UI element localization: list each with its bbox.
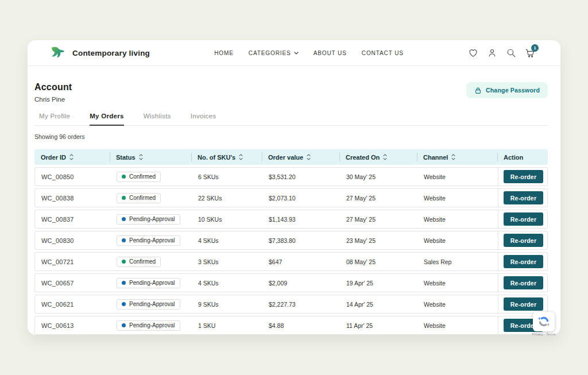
- column-label: Channel: [423, 154, 448, 161]
- created-on-cell: 23 May' 25: [340, 237, 417, 244]
- reorder-button[interactable]: Re-order: [504, 234, 543, 247]
- status-cell: Confirmed: [110, 172, 192, 182]
- column-header-status[interactable]: Status: [110, 149, 191, 165]
- column-header-created-on[interactable]: Created On: [339, 149, 417, 165]
- status-dot-icon: [122, 302, 126, 306]
- column-label: Order ID: [41, 154, 66, 161]
- column-header-order-value[interactable]: Order value: [262, 149, 339, 165]
- change-password-button[interactable]: Change Password: [466, 82, 548, 98]
- order-id-cell: WC_00657: [35, 280, 110, 287]
- status-label: Confirmed: [129, 258, 156, 265]
- account-tabs: My Profile My Orders Wishlists Invoices: [34, 113, 548, 126]
- recaptcha-badge[interactable]: Privacy - Terms: [532, 312, 556, 336]
- channel-cell: Website: [417, 195, 498, 202]
- created-on-cell: 14 Apr' 25: [340, 301, 417, 308]
- nav-home[interactable]: HOME: [214, 50, 234, 56]
- order-value-cell: $4.88: [262, 322, 340, 329]
- table-row: WC_00850Confirmed6 SKUs$3,531.2030 May' …: [34, 167, 548, 186]
- reorder-button[interactable]: Re-order: [504, 170, 543, 183]
- status-badge: Confirmed: [117, 193, 161, 203]
- status-badge: Pending-Approval: [117, 214, 180, 225]
- order-value-cell: $3,531.20: [262, 173, 340, 180]
- table-row: WC_00657Pending-Approval4 SKUs$2,00919 A…: [34, 273, 548, 292]
- lock-icon: [474, 87, 482, 94]
- channel-cell: Website: [417, 237, 498, 244]
- action-cell: Re-order: [498, 168, 548, 185]
- table-body: WC_00850Confirmed6 SKUs$3,531.2030 May' …: [34, 167, 548, 335]
- order-id-cell: WC_00837: [35, 216, 110, 223]
- action-cell: Re-order: [498, 231, 548, 249]
- order-value-cell: $2,227.73: [262, 301, 340, 308]
- header-icons: 1: [468, 48, 535, 58]
- column-label: Action: [504, 154, 523, 161]
- reorder-button[interactable]: Re-order: [504, 255, 543, 268]
- channel-cell: Website: [417, 322, 498, 329]
- status-badge: Pending-Approval: [117, 320, 180, 331]
- order-value-cell: $2,009: [262, 280, 340, 287]
- cart-icon[interactable]: 1: [525, 48, 535, 58]
- action-cell: Re-order: [498, 274, 548, 292]
- order-id-cell: WC_00721: [35, 258, 110, 265]
- status-badge: Confirmed: [117, 172, 161, 182]
- sort-icon: [451, 154, 455, 160]
- search-icon[interactable]: [506, 48, 516, 58]
- tab-invoices[interactable]: Invoices: [191, 113, 216, 125]
- table-row: WC_00830Pending-Approval4 SKUs$7,383.802…: [34, 231, 548, 250]
- order-value-cell: $1,143.93: [262, 216, 340, 223]
- reorder-button[interactable]: Re-order: [504, 212, 543, 226]
- user-name: Chris Pine: [34, 96, 72, 103]
- column-header-channel[interactable]: Channel: [417, 149, 497, 165]
- order-value-cell: $2,073.10: [262, 195, 340, 202]
- brand[interactable]: Contemporary living: [51, 46, 150, 60]
- status-dot-icon: [122, 175, 126, 179]
- created-on-cell: 27 May' 25: [340, 195, 417, 202]
- status-label: Pending-Approval: [129, 237, 175, 243]
- status-dot-icon: [122, 217, 126, 221]
- table-row: WC_00838Confirmed22 SKUs$2,073.1027 May'…: [34, 188, 548, 207]
- sort-icon: [139, 154, 143, 160]
- status-label: Pending-Approval: [129, 301, 175, 307]
- tab-wishlists[interactable]: Wishlists: [144, 113, 171, 125]
- wishlist-heart-icon[interactable]: [468, 48, 478, 58]
- account-user-icon[interactable]: [487, 48, 497, 58]
- column-header-order-id[interactable]: Order ID: [34, 149, 110, 165]
- table-row: WC_00613Pending-Approval1 SKU$4.8811 Apr…: [34, 316, 548, 335]
- skus-cell: 4 SKUs: [192, 237, 262, 244]
- column-label: Status: [116, 154, 136, 161]
- status-badge: Confirmed: [117, 257, 161, 267]
- table-row: WC_00837Pending-Approval10 SKUs$1,143.93…: [34, 210, 548, 229]
- skus-cell: 3 SKUs: [192, 258, 262, 265]
- created-on-cell: 19 Apr' 25: [340, 280, 417, 287]
- status-dot-icon: [122, 323, 126, 327]
- column-header-no-of-sku-s[interactable]: No. of SKU's: [191, 149, 262, 165]
- status-dot-icon: [122, 260, 126, 264]
- nav-categories[interactable]: CATEGORIES: [249, 50, 299, 56]
- status-cell: Confirmed: [110, 257, 192, 267]
- sort-icon: [307, 154, 311, 160]
- sort-icon: [383, 154, 387, 160]
- chevron-down-icon: [294, 52, 299, 55]
- recaptcha-privacy-terms[interactable]: Privacy - Terms: [532, 333, 556, 336]
- reorder-button[interactable]: Re-order: [504, 276, 543, 289]
- nav-contact-us[interactable]: CONTACT US: [362, 50, 404, 56]
- tab-my-orders[interactable]: My Orders: [90, 113, 124, 126]
- status-label: Pending-Approval: [129, 322, 175, 328]
- brand-name: Contemporary living: [72, 49, 150, 57]
- status-cell: Pending-Approval: [110, 320, 192, 331]
- action-cell: Re-order: [498, 253, 548, 270]
- status-cell: Confirmed: [110, 193, 192, 203]
- status-label: Confirmed: [129, 195, 156, 201]
- sort-icon: [239, 154, 243, 160]
- action-cell: Re-order: [498, 189, 548, 207]
- page-title: Account: [34, 82, 72, 92]
- reorder-button[interactable]: Re-order: [504, 297, 543, 311]
- nav-about-us[interactable]: ABOUT US: [314, 50, 347, 56]
- created-on-cell: 08 May' 25: [340, 258, 417, 265]
- status-dot-icon: [122, 196, 126, 200]
- status-dot-icon: [122, 238, 126, 242]
- reorder-button[interactable]: Re-order: [504, 191, 543, 204]
- order-id-cell: WC_00621: [35, 301, 110, 308]
- order-value-cell: $7,383.80: [262, 237, 340, 244]
- tab-my-profile[interactable]: My Profile: [39, 113, 70, 125]
- recaptcha-logo-icon: [533, 312, 555, 331]
